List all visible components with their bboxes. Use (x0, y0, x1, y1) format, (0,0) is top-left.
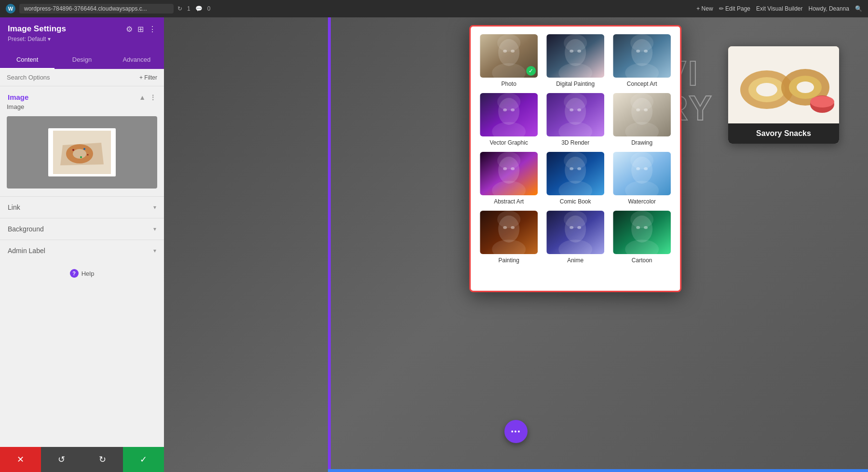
background-section[interactable]: Background ▾ (0, 218, 164, 240)
tab-advanced[interactable]: Advanced (109, 51, 164, 69)
style-item-cartoon[interactable]: Cartoon (611, 211, 672, 264)
style-item-vector-graphic[interactable]: Vector Graphic (478, 93, 539, 146)
style-item-abstract-art[interactable]: Abstract Art (478, 152, 539, 205)
image-preview-inner (48, 128, 116, 176)
close-btn[interactable]: ✕ (0, 447, 41, 472)
collapse-icon[interactable]: ▲ (139, 94, 146, 101)
svg-point-19 (497, 34, 520, 52)
save-btn[interactable]: ✓ (123, 447, 164, 472)
browser-bar: W wordpress-784896-3766464.cloudwaysapps… (0, 0, 868, 17)
style-thumb-cartoon (613, 211, 671, 254)
help-icon: ? (70, 269, 79, 278)
layout-icon[interactable]: ⊞ (137, 25, 144, 34)
style-thumb-drawing (613, 93, 671, 136)
sidebar-title-row: Image Settings ⚙ ⊞ ⋮ (8, 24, 156, 34)
style-label-concept-art: Concept Art (627, 81, 657, 87)
sidebar-header: Image Settings ⚙ ⊞ ⋮ Preset: Default ▾ (0, 17, 164, 51)
style-grid: ✓PhotoDigital PaintingConcept ArtVector … (478, 34, 672, 264)
style-item-concept-art[interactable]: Concept Art (611, 34, 672, 87)
svg-point-87 (644, 226, 648, 229)
style-item-anime[interactable]: Anime (545, 211, 606, 264)
tab-content[interactable]: Content (0, 51, 54, 69)
svg-point-55 (497, 152, 520, 169)
exit-builder-btn[interactable]: Exit Visual Builder (756, 5, 803, 12)
svg-point-32 (636, 50, 640, 53)
style-label-comic-book: Comic Book (560, 198, 591, 205)
style-item-photo[interactable]: ✓Photo (478, 34, 539, 87)
svg-point-25 (564, 34, 587, 52)
svg-point-6 (80, 156, 82, 158)
filter-btn[interactable]: + Filter (139, 74, 157, 81)
style-thumb-3d-render (546, 93, 604, 136)
svg-point-49 (630, 93, 653, 110)
reload-icon[interactable]: ↻ (177, 5, 182, 12)
sidebar-preset[interactable]: Preset: Default ▾ (8, 36, 156, 42)
style-item-comic-book[interactable]: Comic Book (545, 152, 606, 205)
sidebar-title: Image Settings (8, 24, 66, 34)
comment-count: 0 (207, 5, 211, 12)
svg-point-37 (497, 93, 520, 110)
help-row[interactable]: ? Help (0, 261, 164, 285)
style-thumb-watercolor (613, 152, 671, 195)
reload-count: 1 (187, 5, 190, 12)
style-thumb-comic-book (546, 152, 604, 195)
svg-point-7 (87, 154, 89, 156)
comment-icon: 💬 (195, 5, 203, 12)
options-icon[interactable]: ⋮ (149, 94, 156, 101)
more-icon[interactable]: ⋮ (149, 25, 156, 34)
svg-point-27 (577, 50, 581, 53)
svg-point-67 (630, 152, 653, 169)
section-image-icons: ▲ ⋮ (139, 94, 156, 101)
purple-accent-bar (328, 17, 331, 472)
undo-btn[interactable]: ↺ (41, 447, 82, 472)
svg-point-3 (73, 149, 86, 159)
preview-image (53, 131, 111, 174)
style-item-3d-render[interactable]: 3D Render (545, 93, 606, 146)
sidebar-header-icons: ⚙ ⊞ ⋮ (126, 25, 156, 34)
style-thumb-abstract-art (480, 152, 538, 195)
image-preview-box[interactable] (7, 116, 157, 189)
style-item-painting[interactable]: Painting (478, 211, 539, 264)
link-section[interactable]: Link ▾ (0, 196, 164, 218)
svg-point-81 (577, 226, 581, 229)
svg-point-21 (511, 50, 515, 53)
style-picker-overlay: ✓PhotoDigital PaintingConcept ArtVector … (469, 25, 681, 292)
search-input[interactable] (7, 74, 136, 81)
style-label-drawing: Drawing (631, 139, 652, 146)
edit-page-btn[interactable]: ✏ Edit Page (719, 5, 750, 12)
style-item-digital-painting[interactable]: Digital Painting (545, 34, 606, 87)
image-sublabel: Image (0, 103, 164, 112)
fab-button[interactable]: ••• (504, 420, 528, 443)
style-thumb-vector-graphic (480, 93, 538, 136)
sidebar-body: + Filter Image ▲ ⋮ Image (0, 69, 164, 447)
link-chevron: ▾ (153, 204, 156, 211)
wordpress-icon: W (6, 4, 15, 13)
browser-nav-right: + New ✏ Edit Page Exit Visual Builder Ho… (696, 5, 862, 12)
svg-point-39 (511, 108, 515, 111)
admin-label-section[interactable]: Admin Label ▾ (0, 240, 164, 261)
sidebar: Image Settings ⚙ ⊞ ⋮ Preset: Default ▾ C… (0, 17, 164, 472)
main-area: Image Settings ⚙ ⊞ ⋮ Preset: Default ▾ C… (0, 17, 868, 472)
svg-point-16 (810, 96, 834, 108)
style-item-drawing[interactable]: Drawing (611, 93, 672, 146)
svg-point-68 (636, 167, 640, 170)
redo-btn[interactable]: ↻ (82, 447, 123, 472)
tab-design[interactable]: Design (54, 51, 109, 69)
user-label: Howdy, Deanna (809, 5, 850, 12)
food-card: Savory Snacks (728, 46, 839, 144)
style-label-vector-graphic: Vector Graphic (490, 139, 528, 146)
style-label-cartoon: Cartoon (632, 257, 652, 264)
browser-nav-icons: ↻ 1 💬 0 (177, 5, 210, 12)
search-icon[interactable]: 🔍 (855, 5, 862, 12)
admin-label-chevron: ▾ (153, 247, 156, 254)
style-label-3d-render: 3D Render (561, 139, 589, 146)
svg-point-57 (511, 167, 515, 170)
settings-icon[interactable]: ⚙ (126, 25, 133, 34)
style-item-watercolor[interactable]: Watercolor (611, 152, 672, 205)
selected-checkmark: ✓ (526, 66, 536, 76)
scroll-fade (478, 264, 672, 283)
svg-point-33 (644, 50, 648, 53)
svg-point-44 (570, 108, 573, 111)
new-btn[interactable]: + New (696, 5, 713, 12)
sidebar-tabs: Content Design Advanced (0, 51, 164, 69)
